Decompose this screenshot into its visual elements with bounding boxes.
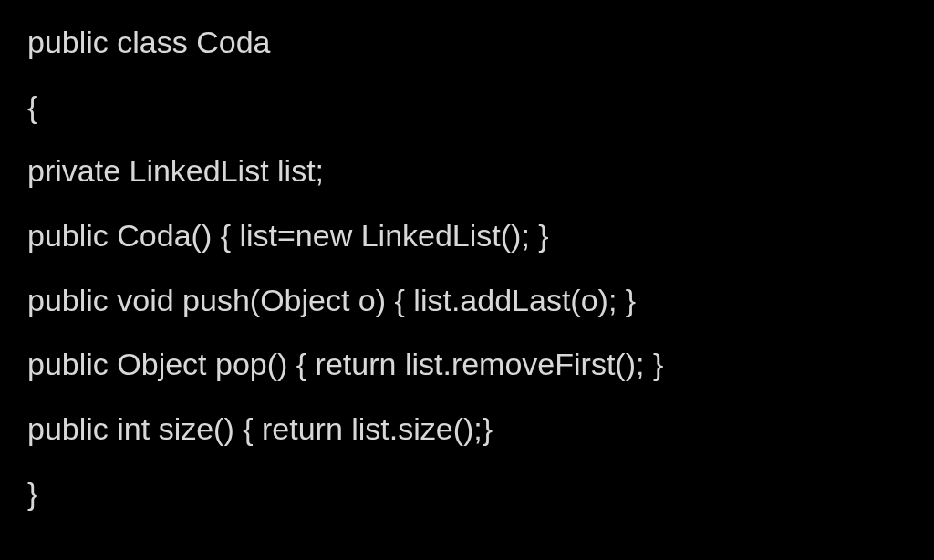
code-line: { (27, 83, 907, 131)
code-line: public Object pop() { return list.remove… (27, 340, 907, 389)
code-line: public void push(Object o) { list.addLas… (27, 276, 907, 325)
code-line: } (27, 470, 907, 518)
code-line: private LinkedList list; (27, 147, 907, 195)
code-line: public Coda() { list=new LinkedList(); } (27, 212, 907, 260)
code-line: public int size() { return list.size();} (27, 405, 907, 453)
code-block: public class Coda { private LinkedList l… (0, 0, 934, 536)
code-line: public class Coda (27, 18, 907, 67)
